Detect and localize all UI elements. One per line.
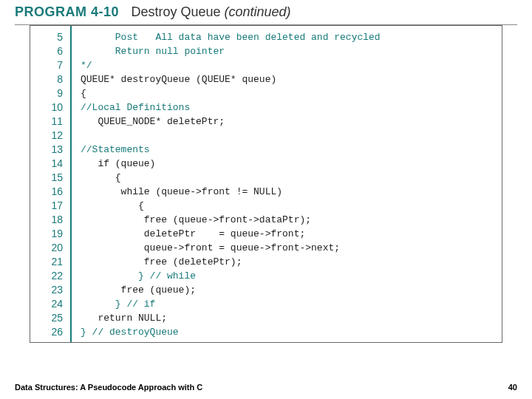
line-number: 12	[30, 129, 63, 143]
code-line: } // while	[81, 269, 496, 283]
code-listing: 567891011121314151617181920212223242526 …	[30, 25, 502, 343]
code-column: Post All data have been deleted and recy…	[72, 26, 502, 342]
footer-page-number: 40	[508, 383, 517, 392]
code-line: //Local Definitions	[81, 100, 496, 115]
line-number: 19	[30, 227, 63, 241]
line-number: 15	[30, 171, 63, 185]
code-line: free (queue);	[81, 283, 496, 297]
code-line: Return null pointer	[81, 44, 496, 58]
line-number: 24	[30, 297, 63, 311]
continued-text: (continued)	[225, 4, 291, 19]
code-line: queue->front = queue->front->next;	[81, 241, 496, 255]
line-number: 23	[30, 283, 63, 297]
program-label: PROGRAM 4-10	[15, 4, 119, 19]
line-number: 7	[30, 58, 63, 72]
code-line: while (queue->front != NULL)	[81, 185, 496, 199]
code-line: {	[81, 199, 496, 213]
code-line: QUEUE_NODE* deletePtr;	[81, 115, 496, 129]
line-number: 10	[30, 100, 63, 115]
code-line: deletePtr = queue->front;	[81, 227, 496, 241]
line-number: 20	[30, 241, 63, 255]
line-number: 14	[30, 157, 63, 171]
code-line: return NULL;	[81, 311, 496, 325]
code-line: free (queue->front->dataPtr);	[81, 213, 496, 227]
code-line: } // destroyQueue	[81, 325, 496, 339]
code-line: {	[81, 171, 496, 185]
code-line	[81, 129, 496, 143]
line-number: 16	[30, 185, 63, 199]
code-line: free (deletePtr);	[81, 255, 496, 269]
title-text: Destroy Queue	[131, 4, 224, 19]
line-number: 22	[30, 269, 63, 283]
code-line: //Statements	[81, 143, 496, 157]
line-number: 5	[30, 30, 63, 44]
code-line: {	[81, 86, 496, 100]
line-number-gutter: 567891011121314151617181920212223242526	[30, 26, 72, 342]
slide-footer: Data Structures: A Pseudocode Approach w…	[15, 383, 517, 392]
line-number: 6	[30, 44, 63, 58]
line-number: 25	[30, 311, 63, 325]
code-line: } // if	[81, 297, 496, 311]
program-header: PROGRAM 4-10 Destroy Queue (continued)	[0, 0, 532, 23]
line-number: 26	[30, 325, 63, 339]
line-number: 8	[30, 72, 63, 86]
code-line: if (queue)	[81, 157, 496, 171]
line-number: 17	[30, 199, 63, 213]
line-number: 21	[30, 255, 63, 269]
code-line: QUEUE* destroyQueue (QUEUE* queue)	[81, 72, 496, 86]
code-line: */	[81, 58, 496, 72]
program-title: Destroy Queue (continued)	[131, 4, 290, 19]
line-number: 13	[30, 143, 63, 157]
footer-book-title: Data Structures: A Pseudocode Approach w…	[15, 383, 202, 392]
line-number: 11	[30, 115, 63, 129]
code-line: Post All data have been deleted and recy…	[81, 30, 496, 44]
line-number: 18	[30, 213, 63, 227]
line-number: 9	[30, 86, 63, 100]
